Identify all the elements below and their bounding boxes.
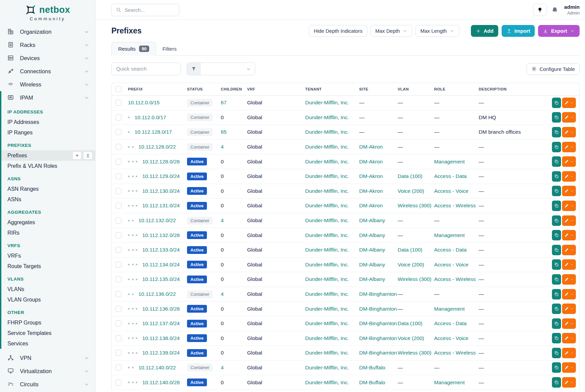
site-link[interactable]: DM-Albany	[359, 247, 385, 253]
site-link[interactable]: DM-Binghamton	[359, 306, 397, 312]
sidebar-item-devices[interactable]: Devices	[0, 52, 95, 65]
sidebar-item-connections[interactable]: Connections	[0, 65, 95, 78]
clone-button[interactable]	[552, 289, 561, 299]
clone-button[interactable]	[552, 171, 561, 182]
max-length-dropdown[interactable]: Max Length	[416, 25, 459, 37]
sidebar-item-services[interactable]: Services	[1, 338, 95, 349]
row-checkbox[interactable]	[115, 114, 122, 121]
role-link[interactable]: Access - Voice	[434, 262, 469, 267]
children-link[interactable]: 67	[221, 100, 227, 105]
role-link[interactable]: Access - Data	[434, 173, 467, 179]
sidebar-item-ip-addresses[interactable]: IP Addresses	[1, 117, 95, 127]
sidebar-item-racks[interactable]: Racks	[0, 38, 95, 52]
tenant-link[interactable]: Dunder-Mifflin, Inc.	[305, 350, 349, 356]
row-checkbox[interactable]	[115, 188, 122, 194]
edit-button[interactable]	[562, 245, 576, 255]
tenant-link[interactable]: Dunder-Mifflin, Inc.	[305, 232, 349, 238]
tenant-link[interactable]: Dunder-Mifflin, Inc.	[305, 306, 349, 312]
prefix-link[interactable]: 10.112.129.0/24	[142, 173, 180, 179]
vlan-link[interactable]: Wireless (300)	[398, 350, 431, 356]
sidebar-item-service-templates[interactable]: Service Templates	[1, 328, 95, 338]
sidebar-item-prefixes[interactable]: Prefixes	[1, 150, 95, 161]
tenant-link[interactable]: Dunder-Mifflin, Inc.	[305, 114, 349, 120]
clone-button[interactable]	[552, 156, 561, 167]
netbox-logo[interactable]: netbox Community	[0, 0, 95, 21]
role-link[interactable]: Management	[434, 232, 464, 238]
sidebar-item-vlans[interactable]: VLANs	[1, 284, 95, 294]
clone-button[interactable]	[552, 304, 561, 314]
prefix-link[interactable]: 10.112.128.0/22	[138, 144, 176, 150]
children-link[interactable]: 4	[221, 217, 224, 223]
edit-button[interactable]	[562, 201, 576, 211]
role-link[interactable]: Management	[434, 159, 464, 164]
sidebar-item-vrfs[interactable]: VRFs	[1, 251, 95, 261]
prefix-link[interactable]: 10.112.139.0/24	[142, 350, 180, 356]
clone-button[interactable]	[552, 201, 561, 211]
tenant-link[interactable]: Dunder-Mifflin, Inc.	[305, 159, 349, 164]
sidebar-item-organization[interactable]: Organization	[0, 25, 95, 38]
site-link[interactable]: DM-Albany	[359, 262, 385, 267]
row-checkbox[interactable]	[115, 276, 122, 282]
row-checkbox[interactable]	[115, 320, 122, 326]
role-link[interactable]: Access - Data	[434, 320, 467, 326]
clone-button[interactable]	[552, 142, 561, 152]
vlan-link[interactable]: Voice (200)	[398, 262, 424, 267]
site-link[interactable]: DM-Binghamton	[359, 291, 397, 297]
clone-button[interactable]	[552, 333, 561, 343]
vlan-link[interactable]: Wireless (300)	[398, 276, 431, 282]
vlan-link[interactable]: Data (100)	[398, 320, 422, 326]
tenant-link[interactable]: Dunder-Mifflin, Inc.	[305, 173, 349, 179]
tenant-link[interactable]: Dunder-Mifflin, Inc.	[305, 129, 349, 135]
sidebar-item-asns[interactable]: ASNs	[1, 194, 95, 205]
configure-table-button[interactable]: Configure Table	[527, 63, 580, 75]
edit-button[interactable]	[562, 156, 576, 167]
prefix-link[interactable]: 10.112.140.0/22	[138, 365, 176, 371]
edit-button[interactable]	[562, 127, 576, 137]
import-button[interactable]: Import	[502, 25, 535, 37]
select-all-checkbox[interactable]	[115, 86, 122, 92]
sidebar-item-asn-ranges[interactable]: ASN Ranges	[1, 184, 95, 194]
tab-filters[interactable]: Filters	[156, 43, 183, 55]
prefix-link[interactable]: 10.112.136.0/22	[138, 291, 176, 297]
row-checkbox[interactable]	[115, 380, 122, 386]
clone-button[interactable]	[552, 274, 561, 285]
row-checkbox[interactable]	[115, 129, 122, 135]
site-link[interactable]: DM-Akron	[359, 173, 383, 179]
role-link[interactable]: Access - Wireless	[434, 350, 476, 356]
clone-button[interactable]	[552, 377, 561, 388]
site-link[interactable]: DM-Binghamton	[359, 350, 397, 356]
row-checkbox[interactable]	[115, 306, 122, 312]
role-link[interactable]: Management	[434, 380, 464, 385]
tenant-link[interactable]: Dunder-Mifflin, Inc.	[305, 320, 349, 326]
prefix-link[interactable]: 10.112.136.0/28	[142, 306, 180, 312]
edit-button[interactable]	[562, 171, 576, 182]
tenant-link[interactable]: Dunder-Mifflin, Inc.	[305, 291, 349, 297]
prefix-link[interactable]: 10.112.128.0/28	[142, 159, 180, 165]
vlan-link[interactable]: Voice (200)	[398, 335, 424, 341]
vlan-link[interactable]: Data (100)	[398, 247, 422, 253]
edit-button[interactable]	[562, 304, 576, 314]
site-link[interactable]: DM-Akron	[359, 188, 383, 194]
clone-button[interactable]	[552, 245, 561, 255]
tenant-link[interactable]: Dunder-Mifflin, Inc.	[305, 335, 349, 341]
edit-button[interactable]	[562, 230, 576, 240]
row-checkbox[interactable]	[115, 291, 122, 297]
site-link[interactable]: DM-Akron	[359, 144, 383, 150]
edit-button[interactable]	[562, 112, 576, 123]
site-link[interactable]: DM-Albany	[359, 276, 385, 282]
tenant-link[interactable]: Dunder-Mifflin, Inc.	[305, 276, 349, 282]
edit-button[interactable]	[562, 289, 576, 299]
children-link[interactable]: 4	[221, 144, 224, 150]
role-link[interactable]: Management	[434, 306, 464, 312]
children-link[interactable]: 65	[221, 129, 227, 135]
clone-button[interactable]	[552, 230, 561, 240]
sidebar-item-route-targets[interactable]: Route Targets	[1, 261, 95, 271]
filter-button[interactable]	[187, 63, 201, 75]
tenant-link[interactable]: Dunder-Mifflin, Inc.	[305, 365, 349, 370]
site-link[interactable]: DM-Binghamton	[359, 320, 397, 326]
clone-button[interactable]	[552, 259, 561, 270]
children-link[interactable]: 4	[221, 291, 224, 297]
role-link[interactable]: Access - Wireless	[434, 276, 476, 282]
site-link[interactable]: DM-Buffalo	[359, 365, 385, 370]
sidebar-item-ipam[interactable]: IPAM	[1, 91, 95, 104]
